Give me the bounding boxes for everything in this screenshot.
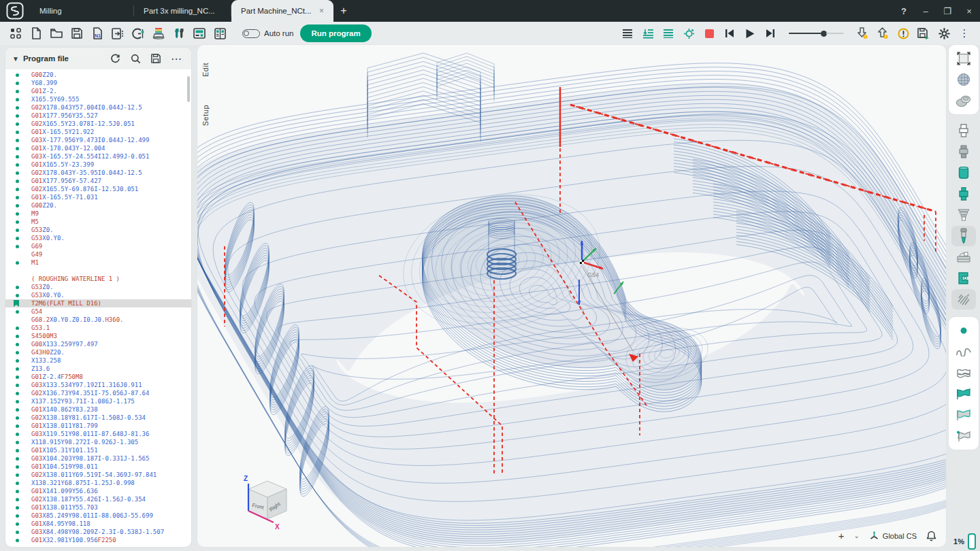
tab-setup[interactable]: Setup [201, 105, 210, 126]
gcode-line[interactable]: G02X138.011Y69.519I-54.369J-97.841 [5, 471, 191, 479]
gcode-line[interactable]: G68.2X0.Y0.Z0.I0.J0.H360. [5, 316, 191, 324]
settings-gear-icon[interactable] [934, 24, 954, 42]
zoom-in-button[interactable]: + [838, 530, 845, 541]
help-button[interactable]: ? [893, 0, 915, 22]
auto-run-toggle[interactable]: Auto run [242, 29, 293, 38]
gcode-line[interactable]: G53X0.Y0. [5, 234, 191, 242]
gcode-line[interactable]: G01X84.95Y98.118 [5, 520, 191, 528]
gcode-line[interactable]: G01X105.31Y101.151 [5, 446, 191, 454]
stock-layers-icon[interactable] [148, 24, 169, 42]
gcode-line[interactable]: G01X-165.5Y-71.031 [5, 193, 191, 201]
gcode-line[interactable]: S4500M3 [5, 332, 191, 340]
close-button[interactable]: × [958, 0, 980, 22]
gcode-line[interactable]: G02X178.043Y57.004I0.044J-12.5 [5, 103, 191, 112]
gcode-line[interactable]: G53X0.Y0. [5, 291, 191, 299]
gcode-line[interactable]: G03X119.51Y98.011I-87.648J-81.36 [5, 430, 191, 438]
gcode-line[interactable]: G43H0Z20. [5, 348, 191, 356]
save-export-icon[interactable] [913, 24, 934, 42]
gcode-list[interactable]: G00Z20.Y68.399G01Z-2.X165.5Y69.555G02X17… [5, 71, 191, 547]
gcode-line[interactable]: G01X141.099Y56.636 [5, 487, 191, 495]
view-options-chevron[interactable]: ⌄ [853, 532, 859, 539]
save-icon[interactable] [67, 24, 87, 42]
gcode-line[interactable]: X165.5Y69.555 [5, 95, 191, 103]
search-icon[interactable] [127, 50, 144, 67]
new-tab-button[interactable]: + [333, 0, 354, 22]
gcode-line[interactable]: G03X-177.956Y9.473I0.044J-12.499 [5, 136, 191, 144]
trace-gear-icon[interactable] [679, 24, 699, 42]
tool-drill-icon[interactable] [951, 226, 976, 246]
gcode-line[interactable]: G03X85.249Y98.011I-88.006J-55.699 [5, 512, 191, 520]
mesh-sphere-icon[interactable] [951, 69, 976, 90]
gcode-line[interactable]: G03X-165.5Y-24.554I12.499J-0.051 [5, 152, 191, 161]
gcode-line[interactable]: X137.152Y93.71I-1.086J-1.175 [5, 397, 191, 405]
gcode-line[interactable]: G00Z20. [5, 71, 191, 79]
gcode-line[interactable]: X118.915Y98.272I-0.926J-1.305 [5, 438, 191, 446]
more-menu-icon[interactable]: ⋮ [954, 24, 975, 42]
fixture-icon[interactable] [951, 184, 976, 204]
flag-teal-icon[interactable] [951, 384, 976, 404]
gcode-line[interactable]: G03X133.534Y97.192I1.316J0.911 [5, 381, 191, 389]
gcode-line[interactable]: G54 [5, 307, 191, 316]
gcode-settings-icon[interactable] [128, 24, 148, 42]
maximize-button[interactable]: ❐ [936, 0, 958, 22]
gcode-line[interactable]: G01X104.519Y98.011 [5, 463, 191, 471]
speed-slider[interactable] [789, 31, 844, 37]
gcode-line[interactable]: G01X-165.5Y21.922 [5, 128, 191, 136]
gcode-line[interactable]: Z13.6 [5, 365, 191, 373]
gcode-line[interactable]: G00Z20. [5, 201, 191, 210]
gcode-line[interactable]: ( ROUGHING WATERLINE 1 ) [5, 275, 191, 283]
workpiece-icon[interactable] [951, 163, 976, 183]
flag-duo-icon[interactable] [951, 405, 976, 425]
gcode-line[interactable]: G01X138.011Y81.799 [5, 422, 191, 430]
panel-scrollbar[interactable] [187, 76, 190, 102]
gcode-line[interactable]: G01X177.956Y35.527 [5, 112, 191, 120]
gcode-line[interactable]: X133.258 [5, 356, 191, 365]
import-program-icon[interactable] [108, 24, 128, 42]
gcode-line[interactable]: G02X136.73Y94.351I-75.056J-87.64 [5, 389, 191, 397]
download-warn-icon[interactable]: ! [852, 24, 872, 42]
gcode-line[interactable]: Y68.399 [5, 79, 191, 87]
step-forward-icon[interactable] [760, 24, 781, 42]
panel-layout-icon[interactable] [210, 24, 230, 42]
gcode-line[interactable]: T2M6(FLAT MILL D16) [5, 299, 191, 307]
gcode-line[interactable]: G53Z0. [5, 226, 191, 234]
tooling-icon[interactable] [169, 24, 189, 42]
gcode-line[interactable]: G03X84.498Y98.209Z-2.3I-0.538J-1.507 [5, 528, 191, 536]
gcode-line[interactable]: G01Z-2. [5, 87, 191, 95]
notifications-bell-icon[interactable] [926, 531, 936, 541]
gcode-line[interactable]: M5 [5, 218, 191, 226]
gcode-line[interactable]: G01Z-2.4F750M8 [5, 373, 191, 381]
viewport-3d[interactable]: G54TopFrontRightZX Edit Setup + ⌄ Global… [197, 45, 946, 547]
tab-part-machine-active[interactable]: Part Machine_NCt... × [231, 0, 333, 22]
stop-icon[interactable] [699, 24, 719, 42]
log-lines-icon[interactable] [617, 24, 638, 42]
flags-stack-icon[interactable] [951, 363, 976, 383]
curve-icon[interactable] [951, 341, 976, 362]
run-program-button[interactable]: Run program [300, 24, 371, 42]
gcode-line[interactable]: G53Z0. [5, 283, 191, 291]
list-teal-icon[interactable] [658, 24, 679, 42]
open-folder-icon[interactable] [46, 24, 67, 42]
step-back-icon[interactable] [719, 24, 740, 42]
tab-part-3x-milling[interactable]: Part 3x milling_NC... [134, 0, 231, 22]
point-icon[interactable] [951, 320, 976, 341]
gcode-line[interactable]: G53.1 [5, 324, 191, 332]
collapse-chevron-icon[interactable]: ▼ [12, 55, 19, 63]
machine-part-icon[interactable] [951, 268, 976, 288]
tab-edit[interactable]: Edit [201, 63, 210, 77]
step-list-icon[interactable] [638, 24, 658, 42]
gcode-line[interactable]: G02X165.5Y23.078I-12.5J0.051 [5, 120, 191, 128]
gcode-line[interactable]: G02X178.043Y-35.95I0.044J-12.5 [5, 169, 191, 177]
holder-solid-icon[interactable] [951, 141, 976, 162]
play-icon[interactable] [740, 24, 760, 42]
warning-icon[interactable] [893, 24, 913, 42]
panel-more-icon[interactable]: ⋯ [168, 50, 184, 67]
gcode-line[interactable]: G01X165.5Y-23.399 [5, 161, 191, 169]
upload-warn-icon[interactable]: ! [872, 24, 893, 42]
gcode-line[interactable]: G49 [5, 250, 191, 258]
gcode-line[interactable] [5, 267, 191, 275]
refresh-icon[interactable] [107, 50, 123, 67]
flag-dot-icon[interactable] [951, 426, 976, 446]
minimize-button[interactable]: – [915, 0, 936, 22]
coordinate-system-selector[interactable]: Global CS [869, 531, 917, 541]
